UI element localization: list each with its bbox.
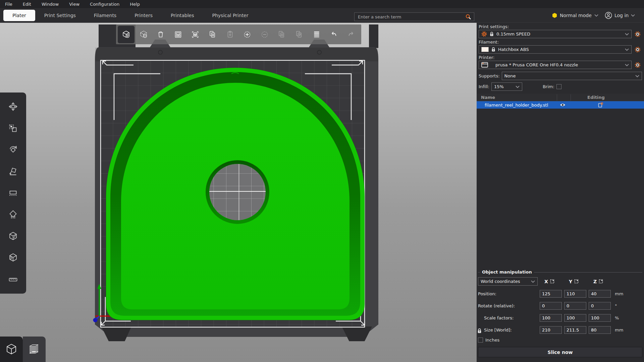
axis-x-icon[interactable] xyxy=(550,279,554,284)
mode-selector[interactable]: Normal mode xyxy=(552,8,598,23)
add-icon xyxy=(122,30,130,39)
cut-icon xyxy=(8,188,18,198)
paint-supports-button[interactable] xyxy=(4,205,22,224)
remove-instance-button[interactable] xyxy=(256,26,273,43)
model-filament-reel-holder[interactable] xyxy=(106,68,365,320)
edit-object-icon[interactable] xyxy=(598,102,603,108)
position-y-input[interactable] xyxy=(564,290,586,298)
lock-icon xyxy=(491,47,495,52)
scale-z-input[interactable] xyxy=(589,314,611,322)
rotate-icon xyxy=(8,145,18,155)
place-on-face-button[interactable] xyxy=(4,162,22,181)
arrange-selection-button[interactable] xyxy=(187,26,204,43)
move-icon xyxy=(8,102,18,112)
printer-gear-button[interactable] xyxy=(633,61,642,69)
infill-value: 15% xyxy=(494,84,513,89)
scale-x-input[interactable] xyxy=(540,314,562,322)
rotate-z-input[interactable] xyxy=(589,302,611,310)
sliced-preview-button[interactable] xyxy=(23,337,46,362)
axis-z-icon[interactable] xyxy=(599,279,603,284)
filament-combo[interactable]: Hatchbox ABS xyxy=(479,45,632,54)
tab-plater[interactable]: Plater xyxy=(3,10,35,21)
tab-print-settings[interactable]: Print Settings xyxy=(35,10,85,21)
delete-all-icon xyxy=(156,30,165,39)
copy-button[interactable] xyxy=(204,26,221,43)
menu-file[interactable]: File xyxy=(5,2,12,7)
arrange-button[interactable] xyxy=(170,26,186,43)
paste-button[interactable] xyxy=(222,26,238,43)
undo-button[interactable] xyxy=(325,26,342,43)
delete-all-button[interactable] xyxy=(152,26,169,43)
position-z-input[interactable] xyxy=(589,290,611,298)
position-x-input[interactable] xyxy=(540,290,562,298)
seam-button[interactable] xyxy=(4,227,22,246)
undo-icon xyxy=(329,30,338,39)
gear-icon xyxy=(635,62,641,68)
object-manipulation-title: Object manipulation xyxy=(480,269,534,275)
infill-combo[interactable]: 15% xyxy=(491,82,522,91)
coordinates-combo[interactable]: World coordinates xyxy=(478,277,538,286)
fuzzy-skin-button[interactable] xyxy=(4,248,22,267)
menu-help[interactable]: Help xyxy=(130,2,140,7)
sliced-preview-icon xyxy=(28,343,41,356)
tab-filaments[interactable]: Filaments xyxy=(85,10,125,21)
inches-checkbox[interactable] xyxy=(478,338,483,343)
name-column-header: Name xyxy=(481,95,495,100)
sidebar: Print settings: 0.15mm SPEED xyxy=(477,23,644,362)
add-instance-button[interactable] xyxy=(239,26,256,43)
slice-now-button[interactable]: Slice now xyxy=(478,347,642,357)
3d-viewport[interactable] xyxy=(0,23,477,362)
infill-label: Infill: xyxy=(479,84,489,89)
split-to-objects-button[interactable] xyxy=(273,26,290,43)
print-settings-gear-button[interactable] xyxy=(633,30,642,38)
rotate-y-input[interactable] xyxy=(564,302,586,310)
variable-layer-height-icon xyxy=(312,30,321,39)
scale-y-input[interactable] xyxy=(564,314,586,322)
login-button[interactable]: Log in xyxy=(605,8,635,23)
axis-x-header: X xyxy=(544,279,548,284)
gizmo-toolbar xyxy=(0,93,26,294)
uniform-scale-lock-icon[interactable] xyxy=(477,328,482,335)
brim-checkbox[interactable] xyxy=(556,84,561,89)
measure-button[interactable] xyxy=(4,270,22,289)
size-x-input[interactable] xyxy=(540,326,562,334)
object-list-row[interactable]: filament_reel_holder_body.stl xyxy=(477,101,644,109)
tab-printers[interactable]: Printers xyxy=(125,10,162,21)
axis-y-icon[interactable] xyxy=(574,279,579,284)
supports-value: None xyxy=(504,73,633,78)
chevron-down-icon xyxy=(516,85,520,88)
supports-combo[interactable]: None xyxy=(502,72,642,80)
redo-button[interactable] xyxy=(343,26,360,43)
3d-editor-view-button[interactable] xyxy=(0,337,23,362)
search-icon xyxy=(465,14,471,20)
rotate-button[interactable] xyxy=(4,140,22,159)
move-button[interactable] xyxy=(4,97,22,116)
cut-button[interactable] xyxy=(4,184,22,202)
add-instance-icon xyxy=(243,30,252,39)
tab-physical-printer[interactable]: Physical Printer xyxy=(203,10,258,21)
menu-view[interactable]: View xyxy=(69,2,79,7)
menu-configuration[interactable]: Configuration xyxy=(90,2,119,7)
search-input[interactable] xyxy=(357,14,465,20)
visibility-eye-icon[interactable] xyxy=(560,103,566,107)
rotate-x-input[interactable] xyxy=(540,302,562,310)
size-y-input[interactable] xyxy=(564,326,586,334)
size-z-input[interactable] xyxy=(589,326,611,334)
scale-button[interactable] xyxy=(4,119,22,138)
user-icon xyxy=(605,12,612,19)
delete-button[interactable] xyxy=(135,26,152,43)
split-to-parts-button[interactable] xyxy=(291,26,308,43)
printer-combo[interactable]: prusa * Prusa CORE One HF0.4 nozzle xyxy=(479,61,632,69)
variable-layer-height-button[interactable] xyxy=(308,26,325,43)
tab-printables[interactable]: Printables xyxy=(162,10,203,21)
add-button[interactable] xyxy=(118,26,135,43)
print-settings-combo[interactable]: 0.15mm SPEED xyxy=(479,30,632,38)
scale-icon xyxy=(8,123,18,133)
gear-icon xyxy=(635,31,641,37)
menu-edit[interactable]: Edit xyxy=(23,2,31,7)
menu-window[interactable]: Window xyxy=(42,2,59,7)
arrange-icon xyxy=(174,30,182,39)
search-box[interactable] xyxy=(354,12,474,21)
print-settings-label: Print settings: xyxy=(479,24,642,29)
filament-gear-button[interactable] xyxy=(633,45,642,54)
